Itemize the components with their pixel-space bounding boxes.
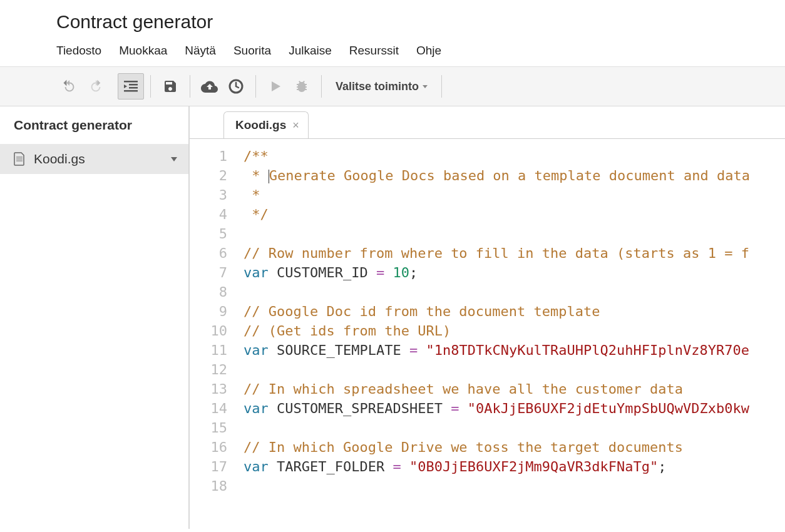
- workspace: Contract generator Koodi.gs Koodi.gs × 1…: [0, 106, 785, 529]
- project-title[interactable]: Contract generator: [56, 11, 785, 33]
- menu-resources[interactable]: Resurssit: [349, 44, 399, 58]
- toolbar-separator: [255, 75, 256, 98]
- deploy-button[interactable]: [197, 73, 223, 100]
- tabs: Koodi.gs ×: [190, 106, 785, 138]
- clock-icon: [228, 79, 244, 94]
- save-icon: [163, 79, 178, 94]
- sidebar: Contract generator Koodi.gs: [0, 106, 190, 529]
- cloud-upload-icon: [201, 79, 218, 93]
- menu-view[interactable]: Näytä: [185, 44, 216, 58]
- toolbar-separator: [321, 75, 322, 98]
- chevron-down-icon[interactable]: [171, 157, 177, 161]
- debug-button[interactable]: [289, 73, 315, 100]
- sidebar-project-name: Contract generator: [0, 106, 188, 144]
- svg-rect-1: [129, 84, 138, 86]
- svg-rect-2: [129, 87, 138, 89]
- save-button[interactable]: [157, 73, 183, 100]
- function-select[interactable]: Valitse toiminto: [328, 80, 435, 93]
- redo-button[interactable]: [83, 73, 109, 100]
- close-icon[interactable]: ×: [292, 119, 299, 132]
- toolbar-separator: [150, 75, 151, 98]
- svg-rect-3: [124, 90, 138, 92]
- svg-rect-0: [124, 81, 138, 83]
- toolbar-separator: [190, 75, 190, 98]
- sidebar-file-name: Koodi.gs: [34, 151, 85, 166]
- undo-button[interactable]: [56, 73, 83, 100]
- menu-run[interactable]: Suorita: [233, 44, 271, 58]
- bug-icon: [294, 79, 309, 94]
- menu-help[interactable]: Ohje: [416, 44, 441, 58]
- triggers-button[interactable]: [223, 73, 249, 100]
- sidebar-file-item[interactable]: Koodi.gs: [0, 144, 188, 174]
- toolbar: Valitse toiminto: [0, 66, 785, 106]
- function-select-label: Valitse toiminto: [336, 80, 419, 93]
- code-content[interactable]: /** * Generate Google Docs based on a te…: [235, 139, 785, 529]
- indent-button[interactable]: [118, 73, 144, 100]
- menu-publish[interactable]: Julkaise: [289, 44, 332, 58]
- menu-file[interactable]: Tiedosto: [56, 44, 101, 58]
- undo-icon: [63, 79, 76, 93]
- menu-edit[interactable]: Muokkaa: [119, 44, 167, 58]
- run-button[interactable]: [262, 73, 289, 100]
- tab-label: Koodi.gs: [235, 118, 286, 132]
- menubar: Tiedosto Muokkaa Näytä Suorita Julkaise …: [56, 44, 785, 66]
- redo-icon: [89, 79, 103, 93]
- toolbar-separator: [441, 75, 442, 98]
- line-gutter: 123456789101112131415161718: [190, 139, 235, 529]
- editor-area: Koodi.gs × 123456789101112131415161718 /…: [190, 106, 785, 529]
- indent-icon: [124, 81, 138, 92]
- code-editor[interactable]: 123456789101112131415161718 /** * Genera…: [190, 138, 785, 529]
- header: Contract generator Tiedosto Muokkaa Näyt…: [0, 0, 785, 66]
- file-icon: [14, 152, 25, 166]
- play-icon: [269, 80, 282, 93]
- tab[interactable]: Koodi.gs ×: [223, 111, 309, 138]
